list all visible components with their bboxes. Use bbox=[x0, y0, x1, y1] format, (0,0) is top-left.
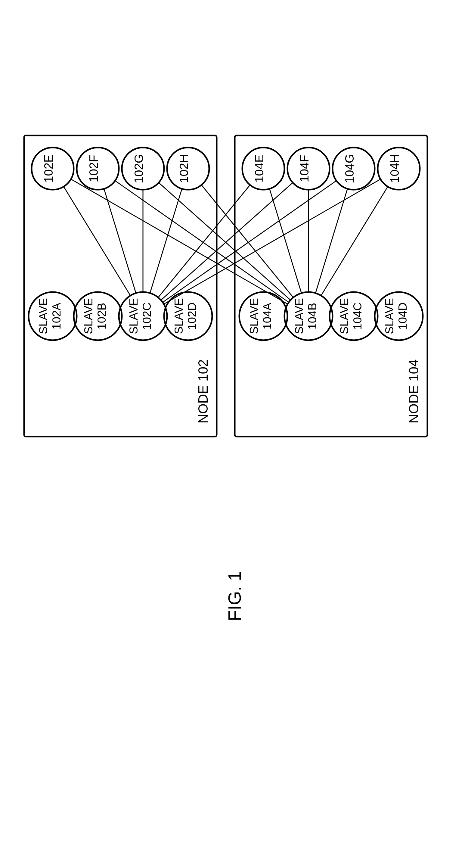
node104-bot-label-b-0: 104A bbox=[261, 303, 274, 330]
edge-6 bbox=[163, 181, 337, 302]
node102-bot-label-b-1: 102B bbox=[95, 303, 108, 330]
node102-bot-label-b-2: 102C bbox=[141, 303, 153, 330]
page: NODE 102102E102F102G102HSLAVE102ASLAVE10… bbox=[0, 0, 468, 868]
node104-bot-label-t-1: SLAVE bbox=[293, 298, 306, 334]
node104-bot-label-t-2: SLAVE bbox=[338, 298, 351, 334]
figure-label: FIG. 1 bbox=[224, 571, 245, 621]
node102-bot-label-t-2: SLAVE bbox=[127, 298, 140, 334]
node102-top-label-3: 102H bbox=[177, 154, 190, 183]
node102-title: NODE 102 bbox=[196, 360, 210, 424]
edge-1 bbox=[104, 189, 136, 293]
node104-bot-label-b-3: 104D bbox=[396, 303, 409, 330]
node102-bot-label-t-3: SLAVE bbox=[173, 298, 185, 334]
node102-bot-label-b-0: 102A bbox=[50, 303, 63, 330]
node104-top-label-1: 104F bbox=[298, 155, 311, 182]
node102-bot-label-b-3: 102D bbox=[186, 303, 198, 330]
node104-bot-label-t-0: SLAVE bbox=[248, 298, 260, 334]
edge-14 bbox=[315, 189, 347, 293]
node104-top-label-0: 104E bbox=[252, 154, 266, 182]
edge-12 bbox=[269, 189, 301, 293]
node102-top-label-2: 102G bbox=[132, 154, 145, 183]
diagram-svg: NODE 102102E102F102G102HSLAVE102ASLAVE10… bbox=[0, 0, 468, 868]
node102-top-label-0: 102E bbox=[42, 154, 55, 182]
edges-group bbox=[64, 179, 388, 304]
node102-bot-label-t-1: SLAVE bbox=[82, 298, 95, 334]
node104-top-label-2: 104G bbox=[343, 154, 356, 183]
edge-9 bbox=[115, 181, 289, 302]
node104-title: NODE 104 bbox=[406, 360, 421, 424]
node104-top-label-3: 104H bbox=[388, 154, 401, 183]
edge-3 bbox=[150, 189, 182, 293]
node102-bot-label-t-0: SLAVE bbox=[37, 298, 50, 334]
node104-bot-label-b-1: 104B bbox=[306, 303, 319, 330]
node102-top-label-1: 102F bbox=[87, 155, 100, 182]
node104-bot-label-t-3: SLAVE bbox=[383, 298, 396, 334]
node104-bot-label-b-2: 104C bbox=[351, 303, 364, 330]
